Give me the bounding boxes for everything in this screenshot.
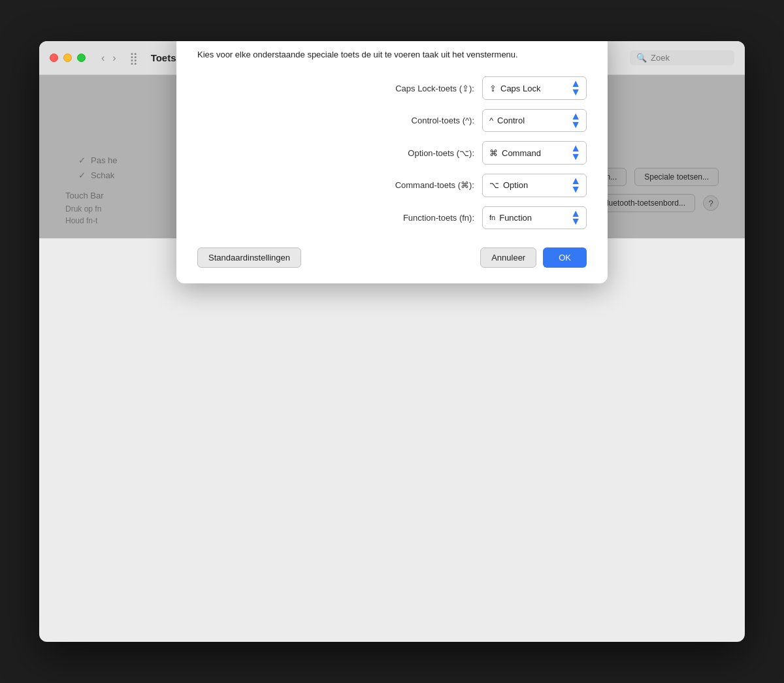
close-button[interactable] (50, 54, 58, 62)
modal-description: Kies voor elke onderstaande speciale toe… (197, 48, 576, 61)
caps-lock-value: ⇪ Caps Lock (489, 84, 540, 93)
modal-row-caps-lock: Caps Lock-toets (⇪): ⇪ Caps Lock ▲▼ (197, 76, 587, 100)
option-chevron: ▲▼ (570, 144, 581, 161)
command-icon: ⌥ (489, 180, 499, 190)
modal-footer: Standaardinstellingen Annuleer OK (197, 247, 587, 268)
function-icon: fn (489, 214, 495, 221)
command-label: Command-toets (⌘): (331, 180, 474, 190)
control-icon: ^ (489, 116, 493, 125)
traffic-lights (50, 54, 86, 62)
content-area: Toetsenbord Tekst Toetscombinaties Invoe… (39, 75, 745, 238)
grid-icon: ⣿ (129, 51, 138, 65)
nav-buttons: ‹ › (99, 51, 119, 65)
command-select[interactable]: ⌥ Option ▲▼ (482, 174, 587, 197)
caps-lock-label: Caps Lock-toets (⇪): (331, 84, 474, 93)
search-box[interactable]: 🔍 (630, 50, 734, 65)
control-chevron: ▲▼ (570, 112, 581, 129)
back-button[interactable]: ‹ (99, 51, 107, 65)
minimize-button[interactable] (63, 54, 72, 62)
control-label: Control-toets (^): (331, 116, 474, 125)
modal-dialog: Kies voor elke onderstaande speciale toe… (176, 41, 608, 283)
modal-row-command: Command-toets (⌘): ⌥ Option ▲▼ (197, 174, 587, 197)
modal-row-function: Function-toets (fn): fn Function ▲▼ (197, 206, 587, 230)
function-select[interactable]: fn Function ▲▼ (482, 206, 587, 230)
annuleer-button[interactable]: Annuleer (480, 247, 536, 268)
forward-button[interactable]: › (110, 51, 118, 65)
ok-button[interactable]: OK (543, 247, 587, 268)
standaardinstellingen-button[interactable]: Standaardinstellingen (197, 247, 301, 268)
function-label: Function-toets (fn): (331, 213, 474, 223)
control-select[interactable]: ^ Control ▲▼ (482, 109, 587, 133)
function-value: fn Function (489, 213, 532, 223)
modal-row-control: Control-toets (^): ^ Control ▲▼ (197, 109, 587, 133)
command-chevron: ▲▼ (570, 177, 581, 194)
modal-row-option: Option-toets (⌥): ⌘ Command ▲▼ (197, 141, 587, 165)
option-label: Option-toets (⌥): (331, 148, 474, 158)
modal-overlay: Kies voor elke onderstaande speciale toe… (39, 75, 745, 238)
function-chevron: ▲▼ (570, 210, 581, 227)
option-select[interactable]: ⌘ Command ▲▼ (482, 141, 587, 165)
footer-right-buttons: Annuleer OK (480, 247, 587, 268)
maximize-button[interactable] (77, 54, 86, 62)
caps-lock-chevron: ▲▼ (570, 80, 581, 97)
command-value: ⌥ Option (489, 180, 528, 190)
search-input[interactable] (651, 53, 728, 63)
search-icon: 🔍 (636, 53, 647, 63)
modal-rows: Caps Lock-toets (⇪): ⇪ Caps Lock ▲▼ (197, 76, 587, 229)
caps-lock-select[interactable]: ⇪ Caps Lock ▲▼ (482, 76, 587, 100)
control-value: ^ Control (489, 116, 525, 125)
main-window: ‹ › ⣿ Toetsenbord 🔍 Toetsenbord Tekst To… (39, 41, 745, 642)
option-icon: ⌘ (489, 148, 498, 158)
option-value: ⌘ Command (489, 148, 541, 158)
caps-lock-icon: ⇪ (489, 84, 497, 93)
